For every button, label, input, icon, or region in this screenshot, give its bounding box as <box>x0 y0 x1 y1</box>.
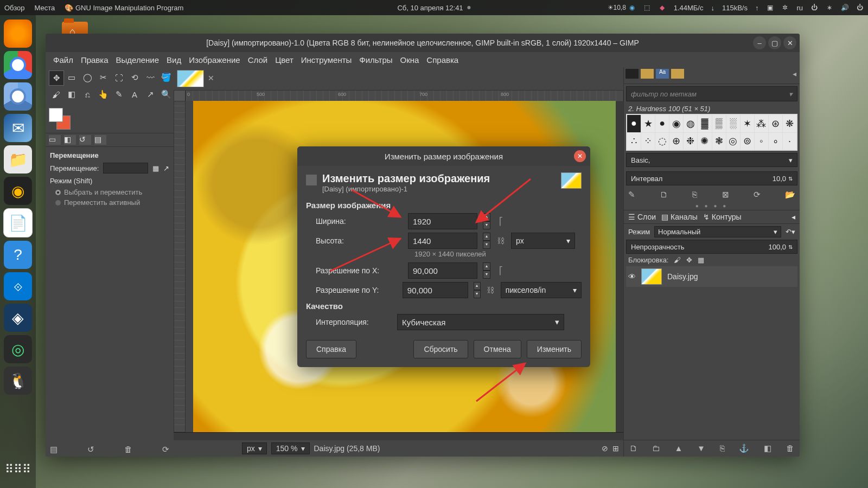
keyboard-layout[interactable]: ru <box>796 4 803 12</box>
scrollbar-horizontal[interactable] <box>174 432 623 440</box>
layer-toggle-icon[interactable]: ▦ <box>152 164 159 172</box>
cancel-button[interactable]: Отмена <box>474 340 521 358</box>
lock-pixels-icon[interactable]: 🖌 <box>674 256 681 264</box>
height-input[interactable]: 1440 <box>408 233 477 249</box>
cancel-op-icon[interactable]: ⊘ <box>602 444 608 453</box>
toolbox-btn-4[interactable]: ⟳ <box>162 445 169 454</box>
close-tab-icon[interactable]: ✕ <box>208 74 214 82</box>
new-layer-icon[interactable]: 🗋 <box>629 444 637 453</box>
channels-tab[interactable]: ▤Каналы <box>661 213 698 221</box>
dialog-titlebar[interactable]: Изменить размер изображения ✕ <box>297 146 590 166</box>
horizontal-ruler[interactable]: 0 500 600 700 800 <box>186 90 623 102</box>
smudge-tool[interactable]: 👆 <box>96 87 110 101</box>
dialog-close-button[interactable]: ✕ <box>574 150 586 162</box>
res-unit-combo[interactable]: пикселов/in▾ <box>501 282 582 298</box>
del-brush-icon[interactable]: ⊠ <box>722 190 729 200</box>
edit-brush-icon[interactable]: ✎ <box>628 190 635 200</box>
network-icon[interactable]: ⏻ <box>810 4 818 11</box>
navigation-icon[interactable]: ⊞ <box>612 444 619 453</box>
open-brush-icon[interactable]: 📂 <box>785 190 795 200</box>
height-step-down[interactable]: ▾ <box>483 241 490 249</box>
resx-step-up[interactable]: ▴ <box>483 262 490 271</box>
delete-layer-icon[interactable]: 🗑 <box>786 444 794 453</box>
menu-colors[interactable]: Цвет <box>275 55 293 65</box>
rhythmbox-launcher[interactable]: ◉ <box>4 177 32 205</box>
layers-tab[interactable]: ☰Слои <box>628 213 656 221</box>
window-titlebar[interactable]: [Daisy] (импортировано)-1.0 (Цвета RGB 8… <box>46 34 800 52</box>
layer-item[interactable]: 👁 Daisy.jpg <box>626 266 797 287</box>
layer-group-icon[interactable]: 🗀 <box>652 444 660 453</box>
path-toggle-icon[interactable]: ↗ <box>163 164 169 172</box>
color-swatches[interactable] <box>49 108 71 130</box>
vscode-launcher[interactable]: ⟐ <box>4 272 32 300</box>
layer-name[interactable]: Daisy.jpg <box>667 272 698 281</box>
width-step-up[interactable]: ▴ <box>483 213 490 221</box>
move-mode-bar[interactable] <box>103 163 148 174</box>
weather-indicator[interactable]: ☀ 10,8 <box>613 4 621 11</box>
volume-icon[interactable]: 🔊 <box>841 4 848 11</box>
path-tool[interactable]: ✎ <box>112 87 126 101</box>
history-tab[interactable] <box>671 69 684 79</box>
move-pick-layer-radio[interactable]: Выбрать и переместить <box>50 188 169 196</box>
brush-grid[interactable]: ●★●◉◍▓▒░✶⁂⊛❋ ∴⁘◌⊕❉✺❃◎⊚◦∘· <box>626 114 797 151</box>
lock-position-icon[interactable]: ✥ <box>686 256 692 264</box>
menu-edit[interactable]: Правка <box>81 55 108 65</box>
lock-alpha-icon[interactable]: ▦ <box>698 256 704 264</box>
toolbox-btn-2[interactable]: ↺ <box>87 445 94 454</box>
vertical-ruler[interactable] <box>174 101 186 432</box>
virtualbox-launcher[interactable]: ◈ <box>4 304 32 332</box>
layer-opacity-slider[interactable]: Непрозрачность100,0⇅ <box>626 240 797 254</box>
crop-tool[interactable]: ⛶ <box>112 70 126 85</box>
toolbox-btn-3[interactable]: 🗑 <box>124 445 132 454</box>
menu-layer[interactable]: Слой <box>248 55 267 65</box>
blend-mode-combo[interactable]: Нормальный▾ <box>654 226 781 237</box>
images-tab[interactable]: ▤ <box>94 135 106 145</box>
clock[interactable]: Сб, 10 апреля 12:41 <box>397 4 463 12</box>
chain-link-icon[interactable]: ⛓ <box>496 236 506 245</box>
brush-spacing-slider[interactable]: Интервал10,0⇅ <box>626 171 797 185</box>
bucket-tool[interactable]: 🪣 <box>159 70 173 85</box>
menu-help[interactable]: Справка <box>426 55 458 65</box>
size-unit-combo[interactable]: px▾ <box>511 233 575 249</box>
menu-tools[interactable]: Инструменты <box>301 55 352 65</box>
text-tool[interactable]: A <box>127 87 142 101</box>
resy-step-down[interactable]: ▾ <box>474 290 481 298</box>
image-tab[interactable]: ✕ <box>177 70 204 87</box>
measure-tool[interactable]: ↗ <box>143 87 157 101</box>
tray-cube-icon[interactable]: ◆ <box>659 4 666 11</box>
layers-menu-icon[interactable]: ◂ <box>792 213 795 221</box>
remmina-launcher[interactable]: ◎ <box>4 335 32 363</box>
resy-step-up[interactable]: ▴ <box>474 282 481 290</box>
activities-button[interactable]: Обзор <box>4 4 25 12</box>
dup-layer-icon[interactable]: ⎘ <box>720 444 725 453</box>
app-menu[interactable]: 🎨 GNU Image Manipulation Program <box>65 4 183 12</box>
eraser-tool[interactable]: ◧ <box>65 87 79 101</box>
brush-preset-combo[interactable]: Basic,▾ <box>626 153 797 167</box>
patterns-tab[interactable] <box>641 69 654 79</box>
unit-selector[interactable]: px▾ <box>242 442 267 454</box>
menu-filters[interactable]: Фильтры <box>359 55 392 65</box>
layer-up-icon[interactable]: ▲ <box>675 444 683 453</box>
resx-step-down[interactable]: ▾ <box>483 271 490 279</box>
menu-image[interactable]: Изображение <box>189 55 240 65</box>
chromium-launcher[interactable] <box>4 82 32 111</box>
misc-launcher[interactable]: 🐧 <box>4 367 32 395</box>
menu-windows[interactable]: Окна <box>400 55 419 65</box>
fuzzy-select-tool[interactable]: ✂ <box>96 70 110 85</box>
move-tool[interactable]: ✥ <box>49 70 64 86</box>
device-status-tab[interactable]: ◧ <box>64 135 76 145</box>
height-step-up[interactable]: ▴ <box>483 233 490 241</box>
resy-input[interactable]: 90,000 <box>403 282 468 298</box>
chrome-launcher[interactable] <box>4 51 32 79</box>
res-chain-link-icon[interactable]: ⛓ <box>486 286 495 294</box>
reset-button[interactable]: Сбросить <box>413 340 468 358</box>
paths-tab[interactable]: ↯Контуры <box>703 213 742 221</box>
firefox-launcher[interactable] <box>4 20 32 48</box>
fonts-tab[interactable]: Aa <box>656 69 669 79</box>
merge-layer-icon[interactable]: ⚓ <box>739 444 749 453</box>
zoom-tool[interactable]: 🔍 <box>159 87 173 101</box>
mode-switch-icon[interactable]: ↶▾ <box>786 228 795 236</box>
menu-select[interactable]: Выделение <box>116 55 159 65</box>
dup-brush-icon[interactable]: ⎘ <box>692 190 697 200</box>
bluetooth-icon[interactable]: ∗ <box>826 4 833 11</box>
